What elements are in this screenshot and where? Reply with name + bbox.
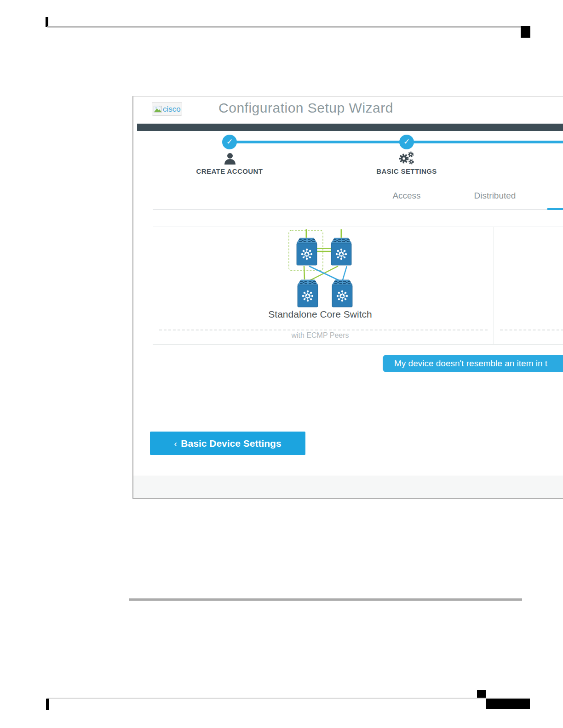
device-option-title[interactable]: Standalone Core Switch [251,309,389,320]
device-not-listed-button[interactable]: My device doesn't resemble an item in t [383,355,563,372]
tab-bar-rule [153,209,563,210]
device-option-subtitle: with ECMP Peers [251,331,389,340]
section-divider-bar [129,598,522,601]
crop-mark-top-left [46,17,48,27]
logo-alt-text: cisco [163,105,181,113]
tab-distributed[interactable]: Distributed [463,191,527,201]
core-switch-icon [332,280,352,307]
crop-mark-bottom-right [486,699,530,709]
stepper-progress-line [230,141,563,143]
core-switch-icon [331,238,351,265]
bottom-rule [47,698,530,699]
configuration-setup-wizard-window: cisco Configuration Setup Wizard ✓ ✓ CRE… [132,96,563,499]
cards-bottom-border [153,344,563,345]
cisco-logo: cisco [152,102,182,116]
crop-mark-bottom-left [46,699,49,710]
document-page: cisco Configuration Setup Wizard ✓ ✓ CRE… [0,0,563,728]
step-basic-settings-check[interactable]: ✓ [399,135,414,149]
cards-top-border [153,227,563,227]
card-dashed-separator [159,330,488,330]
top-rule [47,26,521,28]
active-tab-underline [547,208,563,210]
step-label-create-account: CREATE ACCOUNT [179,167,280,175]
chevron-left-icon: ‹ [174,438,177,449]
gears-icon [397,150,416,166]
card-dashed-separator [500,330,563,330]
crop-mark-top-right [521,26,530,38]
person-icon [223,152,237,165]
page-title: Configuration Setup Wizard [207,100,405,116]
core-switch-icon [297,238,317,265]
step-create-account-check[interactable]: ✓ [222,135,237,149]
core-switch-topology-diagram[interactable] [277,228,369,309]
cards-vertical-divider [494,227,494,345]
core-switch-icon [298,280,318,307]
broken-image-icon [154,106,162,113]
step-label-basic-settings: BASIC SETTINGS [356,167,457,175]
basic-device-settings-button[interactable]: ‹Basic Device Settings [150,432,305,455]
header-divider-bar [137,124,563,131]
wizard-footer-strip [133,476,563,499]
back-button-label: Basic Device Settings [181,438,281,449]
check-icon: ✓ [403,137,410,146]
check-icon: ✓ [226,137,233,146]
tab-access[interactable]: Access [374,191,439,201]
